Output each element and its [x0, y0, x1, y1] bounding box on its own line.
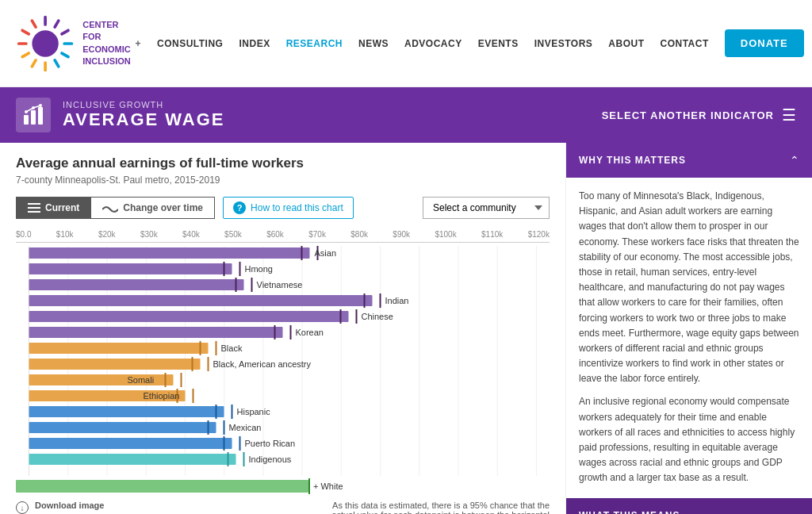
svg-rect-42 [29, 263, 232, 274]
svg-text:Hmong: Hmong [245, 264, 273, 274]
indicator-icon [16, 98, 51, 132]
accordion-header-means[interactable]: WHAT THIS MEANS ⌄ [566, 498, 812, 514]
wave-icon [102, 203, 118, 213]
svg-rect-3 [63, 42, 73, 45]
svg-text:Black: Black [221, 343, 243, 353]
chart-subtitle: 7-county Minneapolis-St. Paul metro, 201… [16, 175, 550, 186]
svg-text:Vietnamese: Vietnamese [257, 280, 303, 290]
indicator-main-title: AVERAGE WAGE [63, 109, 225, 130]
svg-rect-66 [29, 359, 201, 370]
svg-rect-15 [38, 107, 43, 125]
svg-rect-62 [29, 343, 209, 354]
nav-research[interactable]: RESEARCH [286, 38, 343, 49]
nav-consulting[interactable]: CONSULTING [157, 38, 223, 49]
chart-icon [22, 104, 44, 126]
footer-right: As this data is estimated, there is a 95… [312, 501, 550, 514]
svg-text:Black, American ancestry: Black, American ancestry [213, 359, 312, 369]
nav-plus[interactable]: + [136, 38, 142, 49]
svg-rect-13 [24, 115, 29, 125]
indicator-title-area: Inclusive Growth AVERAGE WAGE [63, 100, 225, 130]
svg-rect-9 [17, 42, 28, 45]
nav-news[interactable]: NEWS [358, 38, 389, 49]
svg-rect-0 [44, 15, 47, 25]
svg-text:Mexican: Mexican [229, 423, 262, 432]
page-header: CENTER FOR ECONOMIC INCLUSION + CONSULTI… [0, 0, 812, 87]
svg-rect-82 [29, 422, 216, 433]
main-nav: + CONSULTING INDEX RESEARCH NEWS ADVOCAC… [136, 29, 804, 57]
svg-rect-86 [29, 438, 232, 449]
svg-rect-7 [30, 58, 38, 68]
svg-rect-21 [28, 203, 40, 205]
why-para-2: An inclusive regional economy would comp… [579, 394, 799, 485]
svg-rect-46 [29, 279, 244, 290]
logo-text: CENTER FOR ECONOMIC INCLUSION [82, 19, 135, 68]
chart-controls: Current Change over time ? How to read t… [16, 197, 550, 219]
svg-rect-4 [59, 51, 70, 59]
download-label[interactable]: Download image [35, 501, 104, 510]
svg-text:Hispanic: Hispanic [237, 407, 271, 416]
svg-rect-38 [29, 247, 310, 259]
tab-change[interactable]: Change over time [91, 197, 215, 219]
svg-rect-6 [44, 61, 47, 71]
nav-investors[interactable]: INVESTORS [534, 38, 593, 49]
chart-footer: ↓ Download image + Click to read notes o… [16, 501, 550, 514]
logo-area: CENTER FOR ECONOMIC INCLUSION [16, 12, 136, 75]
note-text: As this data is estimated, there is a 95… [312, 501, 550, 514]
community-select[interactable]: Select a community [423, 197, 550, 219]
svg-text:Ethiopian: Ethiopian [144, 391, 180, 401]
svg-text:Korean: Korean [296, 328, 324, 337]
accordion-header-why[interactable]: WHY THIS MATTERS ⌃ [566, 143, 812, 178]
nav-advocacy[interactable]: ADVOCACY [404, 38, 462, 49]
donate-button[interactable]: DONATE [725, 29, 804, 57]
svg-rect-22 [28, 207, 40, 209]
accordion-title-why: WHY THIS MATTERS [579, 155, 686, 166]
hamburger-icon[interactable]: ☰ [782, 105, 796, 125]
how-to-button[interactable]: ? How to read this chart [223, 197, 354, 219]
accordion-arrow-why: ⌃ [790, 154, 799, 167]
svg-point-12 [32, 30, 58, 56]
download-icon[interactable]: ↓ [16, 501, 29, 514]
accordion-arrow-means: ⌄ [790, 509, 799, 514]
svg-rect-50 [29, 295, 373, 306]
lines-icon [28, 203, 40, 213]
svg-rect-5 [53, 58, 61, 68]
indicator-bar: Inclusive Growth AVERAGE WAGE SELECT ANO… [0, 87, 812, 143]
right-panel: WHY THIS MATTERS ⌃ Too many of Minnesota… [566, 143, 812, 514]
tab-current[interactable]: Current [16, 197, 91, 219]
svg-text:Somali: Somali [128, 375, 155, 385]
chart-area: Average annual earnings of full-time wor… [0, 143, 566, 514]
svg-rect-78 [29, 406, 224, 417]
svg-rect-14 [31, 110, 36, 125]
select-indicator-text: SELECT ANOTHER INDICATOR [602, 109, 774, 121]
nav-events[interactable]: EVENTS [478, 38, 519, 49]
svg-rect-90 [29, 454, 236, 465]
svg-text:Asian: Asian [315, 248, 337, 258]
svg-rect-2 [59, 28, 70, 36]
svg-text:Puerto Rican: Puerto Rican [245, 439, 296, 448]
indicator-right: SELECT ANOTHER INDICATOR ☰ [602, 105, 796, 125]
svg-rect-58 [29, 327, 283, 338]
nav-index[interactable]: INDEX [239, 38, 270, 49]
nav-contact[interactable]: CONTACT [661, 38, 709, 49]
svg-text:Chinese: Chinese [362, 312, 393, 321]
footer-bottom: ↓ Download image + Click to read notes o… [16, 501, 550, 514]
accordion-title-means: WHAT THIS MEANS [579, 510, 680, 514]
main-content: Average annual earnings of full-time wor… [0, 143, 812, 514]
indicator-left: Inclusive Growth AVERAGE WAGE [16, 98, 225, 132]
axis-labels: $0.0 $10k $20k $30k $40k $50k $60k $70k … [16, 230, 550, 242]
logo-icon [16, 12, 75, 75]
svg-rect-54 [29, 311, 349, 322]
svg-rect-10 [21, 28, 31, 36]
white-label: + White [313, 481, 343, 491]
svg-point-20 [39, 104, 42, 107]
svg-text:Indigenous: Indigenous [249, 455, 292, 464]
svg-rect-23 [28, 211, 40, 213]
accordion-why-this-matters: WHY THIS MATTERS ⌃ Too many of Minnesota… [566, 143, 812, 498]
svg-text:Indian: Indian [385, 296, 409, 305]
download-row: ↓ Download image [16, 501, 183, 514]
tab-group: Current Change over time [16, 197, 215, 219]
bar-chart: Asian Hmong Vietnamese Indian Chinese [16, 246, 550, 476]
chart-title: Average annual earnings of full-time wor… [16, 155, 550, 171]
nav-about[interactable]: ABOUT [608, 38, 644, 49]
svg-rect-1 [53, 18, 61, 29]
